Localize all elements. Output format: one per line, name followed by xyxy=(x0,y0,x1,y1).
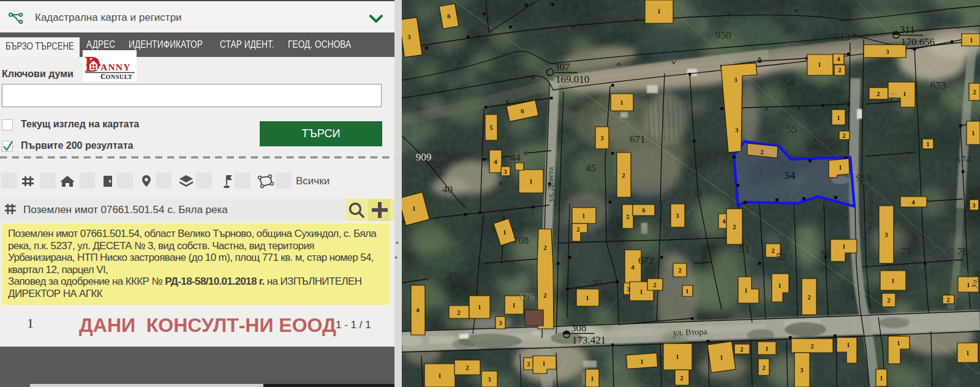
svg-text:1: 1 xyxy=(966,349,970,356)
svg-text:2: 2 xyxy=(543,244,547,251)
svg-text:3: 3 xyxy=(499,319,502,326)
svg-text:1: 1 xyxy=(438,372,442,379)
svg-text:1: 1 xyxy=(926,140,930,148)
svg-text:38: 38 xyxy=(447,270,457,282)
svg-text:52: 52 xyxy=(776,251,786,263)
svg-text:1: 1 xyxy=(586,294,589,301)
svg-text:910: 910 xyxy=(856,173,871,183)
svg-text:3: 3 xyxy=(800,366,804,374)
svg-text:5: 5 xyxy=(489,124,493,131)
svg-text:673: 673 xyxy=(930,80,946,91)
svg-text:708: 708 xyxy=(513,235,529,246)
svg-text:1: 1 xyxy=(676,353,679,360)
svg-text:1: 1 xyxy=(839,163,842,171)
svg-text:2: 2 xyxy=(576,225,580,233)
svg-text:950: 950 xyxy=(715,29,731,41)
svg-text:4: 4 xyxy=(416,306,420,314)
svg-text:2: 2 xyxy=(887,296,891,304)
svg-text:676: 676 xyxy=(519,291,534,302)
svg-text:2: 2 xyxy=(973,88,976,96)
svg-text:2: 2 xyxy=(842,132,846,139)
svg-text:39: 39 xyxy=(592,277,602,289)
svg-text:3: 3 xyxy=(627,285,630,293)
svg-text:1: 1 xyxy=(512,301,516,309)
svg-text:3: 3 xyxy=(600,134,604,141)
svg-text:ANNY: ANNY xyxy=(100,62,131,72)
svg-text:169.010: 169.010 xyxy=(556,73,589,85)
svg-text:1: 1 xyxy=(818,61,821,68)
svg-text:51: 51 xyxy=(739,243,750,255)
svg-text:2: 2 xyxy=(876,90,880,97)
svg-text:1: 1 xyxy=(685,287,689,295)
svg-text:308: 308 xyxy=(571,322,587,334)
svg-text:671: 671 xyxy=(630,133,646,145)
svg-text:913: 913 xyxy=(834,31,850,43)
svg-text:3: 3 xyxy=(488,375,491,383)
svg-text:1: 1 xyxy=(639,288,643,295)
svg-text:1: 1 xyxy=(478,303,481,310)
svg-text:45: 45 xyxy=(586,162,596,174)
svg-text:2: 2 xyxy=(457,309,461,316)
svg-text:2: 2 xyxy=(680,374,684,381)
svg-text:4: 4 xyxy=(837,55,840,62)
svg-text:50: 50 xyxy=(693,189,702,198)
svg-text:909: 909 xyxy=(416,151,432,163)
svg-text:1: 1 xyxy=(837,114,840,121)
svg-text:2: 2 xyxy=(678,266,682,274)
svg-text:672: 672 xyxy=(638,255,654,266)
svg-text:44: 44 xyxy=(510,152,521,163)
svg-text:1: 1 xyxy=(842,242,846,250)
svg-text:1: 1 xyxy=(903,90,907,97)
svg-text:2: 2 xyxy=(466,364,469,371)
svg-text:311: 311 xyxy=(900,24,915,36)
svg-text:1: 1 xyxy=(846,341,850,348)
svg-text:2: 2 xyxy=(733,223,736,230)
svg-text:1: 1 xyxy=(897,339,900,347)
svg-text:4: 4 xyxy=(631,263,635,271)
svg-text:2: 2 xyxy=(622,171,625,179)
svg-text:3: 3 xyxy=(407,33,411,40)
svg-text:3: 3 xyxy=(734,76,737,83)
svg-text:2: 2 xyxy=(653,281,657,288)
svg-text:2: 2 xyxy=(946,296,950,303)
svg-text:2: 2 xyxy=(810,342,814,350)
svg-text:1: 1 xyxy=(970,36,973,43)
svg-text:2: 2 xyxy=(527,360,530,367)
svg-text:1: 1 xyxy=(891,277,895,284)
svg-text:2: 2 xyxy=(760,148,764,156)
svg-text:1: 1 xyxy=(640,358,644,365)
svg-text:1: 1 xyxy=(778,282,782,289)
svg-text:2: 2 xyxy=(762,364,766,371)
svg-text:3: 3 xyxy=(735,126,739,133)
svg-text:1: 1 xyxy=(744,287,748,294)
svg-text:1: 1 xyxy=(971,129,975,137)
svg-text:4: 4 xyxy=(722,217,726,225)
svg-text:6: 6 xyxy=(521,107,524,115)
svg-text:1: 1 xyxy=(412,205,416,212)
svg-text:ONSULT: ONSULT xyxy=(105,73,132,80)
svg-text:4: 4 xyxy=(494,158,497,165)
svg-text:53: 53 xyxy=(820,249,831,260)
svg-text:6: 6 xyxy=(642,206,646,214)
svg-text:3: 3 xyxy=(972,201,976,209)
svg-text:3: 3 xyxy=(676,212,679,219)
svg-text:1: 1 xyxy=(590,375,594,382)
svg-text:1: 1 xyxy=(503,228,507,236)
svg-text:77: 77 xyxy=(901,246,912,257)
svg-text:2: 2 xyxy=(740,345,744,353)
svg-text:2: 2 xyxy=(543,291,547,299)
svg-text:1: 1 xyxy=(720,353,723,361)
svg-text:2: 2 xyxy=(771,247,775,254)
svg-text:2: 2 xyxy=(807,293,811,301)
svg-text:307: 307 xyxy=(554,61,570,73)
svg-text:3: 3 xyxy=(884,231,888,238)
svg-text:2: 2 xyxy=(838,66,842,73)
svg-text:3: 3 xyxy=(886,48,889,55)
svg-text:56: 56 xyxy=(783,77,794,89)
svg-text:5: 5 xyxy=(626,213,630,220)
svg-text:1: 1 xyxy=(765,345,769,352)
svg-text:54: 54 xyxy=(785,169,796,181)
svg-text:ул. Втора: ул. Втора xyxy=(673,327,708,337)
svg-text:173.421: 173.421 xyxy=(572,334,606,346)
svg-text:55: 55 xyxy=(786,124,797,135)
